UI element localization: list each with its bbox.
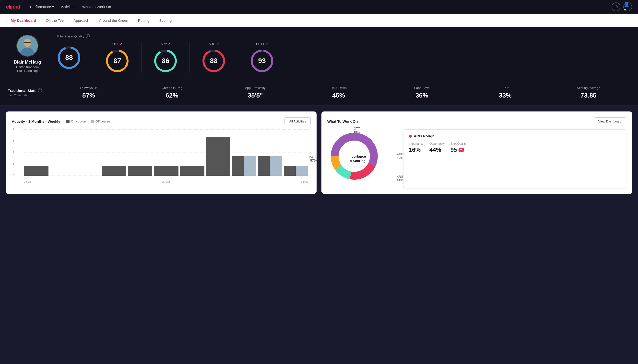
score-label-ott: OTT ↗ (112, 42, 122, 46)
bar-group-0 (24, 166, 49, 176)
activity-panel-title: Activity - 3 Months - Weekly (12, 119, 60, 124)
what-to-work-on-header: What To Work On View Dashboard (327, 117, 626, 126)
bar-off-course-9 (270, 156, 282, 176)
bar-group-2 (76, 175, 100, 176)
avatar (17, 35, 39, 57)
donut-svg (327, 129, 381, 183)
opportunity-value: 44% (430, 146, 445, 153)
nav-right: ⊕ 👤 ▾ (611, 2, 632, 11)
hero-section: Blair McHarg United Kingdom Plus Handica… (0, 28, 638, 80)
player-country: United Kingdom (16, 65, 39, 69)
app-label: APP 12% (397, 153, 403, 160)
donut-chart: Importance To Scoring (327, 129, 386, 188)
off-course-dot (91, 120, 94, 123)
donut-wrapper: OTT 10% APP 12% ARG 21% PUTT 57% (327, 129, 386, 188)
score-value-overall: 88 (65, 54, 73, 62)
all-activities-button[interactable]: All Activities (285, 117, 311, 126)
score-putt: PUTT ↗ 93 (238, 42, 286, 73)
tab-approach[interactable]: Approach (69, 14, 94, 28)
bar-group-8 (232, 156, 256, 176)
stat-1-putt: 1 Putt 33% (464, 86, 547, 99)
x-labels: 7 Feb 28 Mar 9 May (22, 180, 311, 183)
bar-group-4 (128, 166, 152, 176)
bar-group-9 (258, 156, 282, 176)
trad-stats-period: Last 20 rounds (8, 94, 47, 97)
bar-on-course-7 (206, 137, 230, 176)
nav-what-to-work-on[interactable]: What To Work On (82, 4, 111, 10)
help-icon[interactable]: ? (86, 34, 90, 38)
ring-ott: 87 (105, 49, 129, 73)
info-metrics: Importance 16% Opportunity 44% Shot Qual… (409, 142, 621, 153)
trad-help-icon[interactable]: ? (38, 88, 42, 92)
chart-legend: On course Off course (66, 120, 110, 123)
stat-fairways-hit: Fairways Hit 57% (47, 86, 130, 99)
on-course-dot (66, 120, 70, 123)
svg-point-1 (24, 38, 31, 47)
score-value-arg: 88 (210, 57, 218, 65)
bar-on-course-10 (284, 166, 296, 176)
tab-around-the-green[interactable]: Around the Green (94, 14, 133, 28)
stat-up-and-down: Up & Down 45% (297, 86, 380, 99)
legend-on-course: On course (66, 120, 86, 123)
activity-chart: 4 3 2 1 0 7 Feb 28 Mar 9 May (12, 129, 311, 183)
avatar-image (17, 35, 38, 57)
scores-section: Total Player Quality ? 88 OTT ↗ (57, 34, 630, 73)
bar-off-course-10 (296, 166, 308, 176)
bar-on-course-6 (180, 166, 204, 176)
importance-value: 16% (409, 146, 423, 153)
tab-scoring[interactable]: Scoring (154, 14, 176, 28)
view-dashboard-button[interactable]: View Dashboard (594, 117, 626, 126)
metric-opportunity: Opportunity 44% (430, 142, 445, 153)
nav-links: Performance ▾ Activities What To Work On (30, 4, 611, 10)
stat-app-proximity: App. Proximity 35'5" (214, 86, 297, 99)
tab-my-dashboard[interactable]: My Dashboard (6, 14, 41, 28)
putt-label: PUTT 57% (309, 155, 317, 162)
metric-shot-quality: Shot Quality 95 ▼ (451, 142, 466, 153)
bar-group-3 (102, 166, 126, 176)
trad-stats-label: Traditional Stats ? Last 20 rounds (8, 88, 47, 97)
bar-on-course-5 (154, 166, 178, 176)
player-name: Blair McHarg (14, 60, 41, 65)
bar-group-6 (180, 166, 204, 176)
bar-group-10 (284, 166, 308, 176)
bar-on-course-0 (24, 166, 49, 176)
tab-off-the-tee[interactable]: Off the Tee (41, 14, 69, 28)
score-label-arg: ARG ↗ (208, 42, 219, 46)
app-logo: clippd (6, 4, 20, 10)
what-to-work-on-panel: What To Work On View Dashboard OTT 10% A… (321, 112, 632, 194)
ring-arg: 88 (201, 49, 226, 73)
tabs-bar: My Dashboard Off the Tee Approach Around… (0, 14, 638, 28)
nav-activities[interactable]: Activities (61, 4, 75, 10)
add-button[interactable]: ⊕ (611, 2, 620, 11)
user-menu-button[interactable]: 👤 ▾ (623, 2, 632, 11)
bottom-panels: Activity - 3 Months - Weekly On course O… (0, 106, 638, 200)
arg-label: ARG 21% (397, 175, 403, 182)
info-card-title: ARG Rough (409, 134, 621, 138)
scores-row: 88 OTT ↗ 87 AP (57, 42, 630, 73)
score-value-app: 86 (162, 57, 169, 65)
red-flag-indicator: ▼ (459, 148, 464, 152)
score-value-ott: 87 (113, 57, 121, 65)
bar-group-5 (154, 166, 178, 176)
donut-panel: OTT 10% APP 12% ARG 21% PUTT 57% (327, 129, 626, 188)
score-value-putt: 93 (258, 57, 266, 65)
nav-performance[interactable]: Performance ▾ (30, 4, 54, 10)
pink-indicator (409, 135, 412, 138)
score-label-putt: PUTT ↗ (256, 42, 268, 46)
bar-on-course-4 (128, 166, 152, 176)
player-info: Blair McHarg United Kingdom Plus Handica… (8, 35, 47, 72)
ring-overall: 88 (57, 46, 81, 70)
metric-importance: Importance 16% (409, 142, 423, 153)
legend-off-course: Off course (91, 120, 110, 123)
tab-putting[interactable]: Putting (133, 14, 154, 28)
score-overall: 88 (57, 46, 93, 70)
stat-greens-in-reg: Greens In Reg 62% (130, 86, 214, 99)
bar-off-course-8 (244, 156, 256, 176)
top-nav: clippd Performance ▾ Activities What To … (0, 0, 638, 14)
traditional-stats: Traditional Stats ? Last 20 rounds Fairw… (0, 80, 638, 106)
activity-panel: Activity - 3 Months - Weekly On course O… (6, 112, 317, 194)
svg-rect-3 (24, 42, 31, 43)
score-arg: ARG ↗ 88 (190, 42, 238, 73)
shot-quality-value: 95 ▼ (451, 146, 466, 153)
bar-on-course-8 (232, 156, 244, 176)
